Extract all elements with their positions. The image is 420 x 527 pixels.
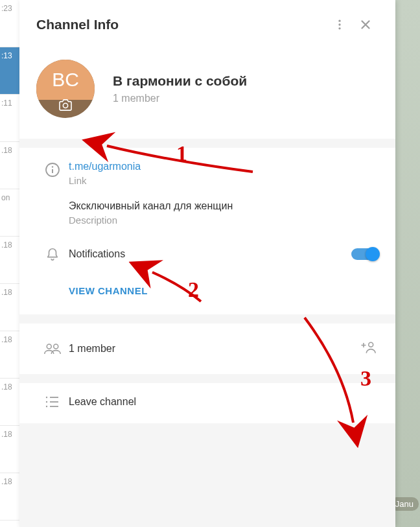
notifications-toggle[interactable]	[351, 248, 379, 260]
close-button[interactable]	[353, 12, 379, 38]
view-channel-button[interactable]: VIEW CHANNEL	[19, 274, 395, 310]
notifications-label: Notifications	[69, 248, 351, 260]
members-count: 1 member	[69, 343, 356, 355]
close-icon	[358, 18, 373, 32]
channel-description: Эксключивный канал для женщин	[69, 200, 379, 212]
chat-area-sliver: Janu	[395, 0, 420, 527]
chat-list-sliver: :23 :13 :11 .18 on .18 .18 .18 .18 .18 .…	[0, 0, 19, 527]
chat-item: :13	[0, 47, 19, 95]
link-row[interactable]: t.me/ugarmonia Link	[19, 152, 395, 195]
svg-point-8	[54, 344, 58, 349]
leave-channel-label: Leave channel	[69, 396, 379, 408]
info-icon	[36, 161, 69, 178]
svg-point-2	[338, 27, 340, 29]
chat-item: .18	[0, 473, 19, 521]
profile-info: В гармонии с собой 1 member	[113, 73, 379, 104]
member-count: 1 member	[113, 93, 379, 104]
description-label: Description	[69, 215, 379, 226]
link-label: Link	[69, 175, 379, 186]
toggle-knob	[366, 247, 380, 261]
info-card: t.me/ugarmonia Link Эксключивный канал д…	[19, 148, 395, 314]
notifications-row[interactable]: Notifications	[19, 235, 395, 274]
svg-point-13	[46, 401, 47, 403]
chat-item: :23	[0, 0, 19, 47]
header-card: Channel Info BC	[19, 0, 395, 139]
svg-point-12	[46, 397, 47, 398]
channel-info-panel: Channel Info BC	[19, 0, 395, 527]
add-person-icon	[359, 340, 376, 355]
channel-avatar[interactable]: BC	[36, 60, 95, 118]
chat-item: on	[0, 189, 19, 237]
panel-title: Channel Info	[36, 17, 327, 32]
more-menu-button[interactable]	[327, 12, 353, 38]
list-icon	[36, 396, 69, 408]
svg-point-0	[338, 20, 340, 22]
svg-point-7	[47, 344, 51, 349]
chat-item: .18	[0, 284, 19, 331]
leave-channel-row[interactable]: Leave channel	[19, 383, 395, 423]
profile-row: BC В гармонии с собой 1 member	[19, 49, 395, 139]
svg-point-11	[369, 342, 373, 347]
camera-icon	[58, 99, 73, 113]
chat-item: .18	[0, 379, 19, 426]
chat-item: .18	[0, 331, 19, 379]
svg-point-6	[52, 166, 53, 167]
more-vertical-icon	[333, 18, 346, 31]
members-row[interactable]: 1 member	[19, 323, 395, 374]
people-icon	[36, 342, 69, 355]
channel-link: t.me/ugarmonia	[69, 161, 379, 172]
members-card: 1 member	[19, 323, 395, 374]
description-row[interactable]: Эксключивный канал для женщин Descriptio…	[19, 195, 395, 235]
chat-item: .18	[0, 142, 19, 189]
chat-item: .18	[0, 426, 19, 473]
chat-item: .18	[0, 237, 19, 284]
svg-point-1	[338, 23, 340, 25]
chat-item: :11	[0, 95, 19, 142]
leave-card: Leave channel	[19, 383, 395, 423]
add-member-button[interactable]	[356, 338, 379, 360]
svg-point-3	[63, 103, 67, 108]
channel-name: В гармонии с собой	[113, 73, 379, 89]
bell-icon	[36, 246, 69, 262]
svg-point-14	[46, 406, 47, 407]
avatar-initials: BC	[36, 60, 95, 100]
panel-header: Channel Info	[19, 0, 395, 49]
